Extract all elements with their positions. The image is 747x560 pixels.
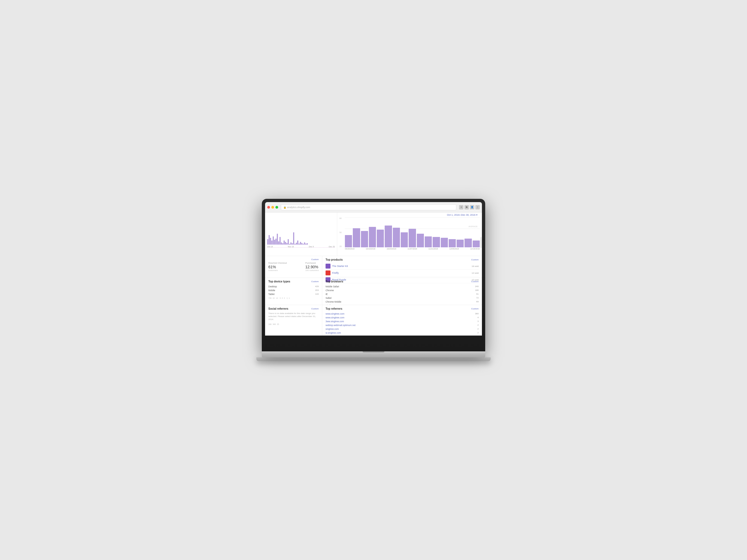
average-label: AVERAGE: [469, 225, 478, 228]
product-name-1[interactable]: Firefly: [332, 271, 471, 274]
purchased-value: 12.90%: [305, 265, 319, 269]
mini-bar: [268, 235, 270, 245]
main-bar: [473, 240, 480, 247]
top-products-custom[interactable]: Custom: [471, 259, 479, 261]
laptop-frame: 🔒 analytics.shopify.com ☆ ⧉ 👤 ⋮ Oct 1, 2…: [262, 199, 485, 351]
screen-bezel: 🔒 analytics.shopify.com ☆ ⧉ 👤 ⋮ Oct 1, 2…: [265, 202, 482, 336]
device-name-tablet: Tablet: [268, 293, 275, 295]
browser-value-2: 91: [476, 293, 479, 295]
social-referrers-no-data: There is no data available for the date …: [268, 312, 319, 321]
conversion-custom[interactable]: Custom: [311, 258, 319, 261]
main-bar: [361, 231, 368, 247]
minimize-button[interactable]: [271, 206, 274, 209]
mini-bar: [280, 237, 281, 245]
browser-value-3: 72: [476, 297, 479, 299]
browser-row-1: Chrome 186: [326, 289, 479, 292]
purchased-customers: 100 customers: [305, 269, 319, 271]
browser-row-2: IE 91: [326, 292, 479, 296]
product-name-0[interactable]: The Starter Kit: [332, 265, 471, 267]
device-types-title: Top device types: [268, 280, 290, 283]
referrer-row-2: 3ww.singtree.com 3: [326, 320, 479, 323]
referrer-name-1[interactable]: www.singtree.com: [326, 316, 344, 319]
device-value-desktop: 428: [315, 285, 319, 288]
main-bar: [409, 229, 416, 247]
mini-bar: [290, 242, 291, 245]
referrer-name-4[interactable]: singtree.com: [326, 328, 339, 330]
mini-bar: [303, 244, 304, 245]
y-axis-labels: 80 50 20: [339, 217, 342, 247]
main-bar: [401, 232, 408, 247]
reached-customers: customers: [268, 269, 287, 271]
chart-right: 80 50 20: [337, 212, 482, 256]
product-row-1: Firefly 12 sold: [326, 270, 479, 276]
extension-icon[interactable]: ⧉: [464, 205, 469, 210]
main-bar: [369, 227, 376, 247]
mini-bar: [286, 243, 287, 245]
referrer-row-5: w.singtree.com 2: [326, 331, 479, 335]
mini-bar: [307, 243, 308, 245]
browser-row-3: Safari 72: [326, 296, 479, 300]
close-button[interactable]: [267, 206, 270, 209]
mini-bar: [288, 239, 289, 245]
laptop-bottom: [262, 351, 485, 357]
browser-name-3: Safari: [326, 297, 332, 299]
top-referrers-header: Top referrers Custom: [326, 307, 479, 310]
profile-icon[interactable]: 👤: [470, 205, 474, 210]
device-row-tablet: Tablet 144: [268, 292, 319, 296]
main-bar: [464, 239, 471, 247]
device-types-panel: Top device types Custom Desktop 428 Mobi…: [265, 278, 322, 305]
referrer-row-3: webtop.webmail.optimum.net 2: [326, 323, 479, 327]
product-sold-0: 18 sold: [471, 265, 479, 267]
referrer-row-4: singtree.com 2: [326, 327, 479, 331]
purchased-label: Purchased: [305, 262, 319, 264]
main-bar-chart: [345, 217, 480, 247]
referrer-name-3[interactable]: webtop.webmail.optimum.net: [326, 324, 356, 326]
product-name-2[interactable]: Royal Purple: [332, 278, 471, 281]
referrer-value-4: 2: [478, 328, 479, 330]
social-referrers-panel: Social referrers Custom There is no data…: [265, 305, 322, 335]
mini-bar: [292, 243, 293, 245]
main-bar: [417, 234, 424, 247]
browser-name-1: Chrome: [326, 289, 334, 292]
main-bar: [345, 235, 352, 247]
device-name-desktop: Desktop: [268, 285, 277, 288]
right-panels: Top products Custom The Starter Kit 18 s…: [322, 256, 482, 336]
device-value-mobile: 203: [315, 289, 319, 292]
conversion-panel: Custom Reached Checkout 61% customers Pu…: [265, 256, 322, 278]
mini-bar: [285, 242, 286, 245]
mini-bar: [300, 242, 301, 245]
browser-value-1: 186: [475, 289, 479, 292]
main-bar: [425, 236, 432, 247]
referrer-name-0[interactable]: www.singtree.com: [326, 313, 344, 315]
browser-value-0: 240: [475, 285, 479, 288]
referrer-value-5: 2: [478, 331, 479, 334]
purchased-stat: Purchased 12.90% 100 customers: [305, 262, 319, 271]
device-types-custom[interactable]: Custom: [311, 280, 319, 283]
device-value-tablet: 144: [315, 293, 319, 295]
marketing-campaigns-panel: Marketing campaigns Custom There is no d…: [322, 335, 482, 336]
top-referrers-custom[interactable]: Custom: [471, 308, 479, 310]
address-bar[interactable]: 🔒 analytics.shopify.com: [281, 204, 456, 210]
referrer-name-2[interactable]: 3ww.singtree.com: [326, 320, 344, 323]
star-icon[interactable]: ☆: [459, 205, 463, 210]
product-sold-1: 12 sold: [471, 272, 479, 274]
date-filter[interactable]: Oct 1, 2016–Dec 30, 2016 ▾: [447, 214, 478, 216]
referrer-value-3: 2: [478, 324, 479, 326]
mini-bar: [296, 243, 297, 245]
referrer-name-5[interactable]: w.singtree.com: [326, 331, 341, 334]
social-referrers-custom[interactable]: Custom: [311, 308, 319, 310]
mini-bar: [293, 232, 294, 245]
mini-bar: [304, 242, 305, 245]
mini-bar: [271, 240, 273, 245]
mini-bar: [294, 244, 295, 245]
main-bar: [441, 238, 448, 247]
top-products-panel: Top products Custom The Starter Kit 18 s…: [322, 256, 482, 278]
device-name-mobile: Mobile: [268, 289, 275, 292]
menu-icon[interactable]: ⋮: [475, 205, 480, 210]
browser-name-0: Mobile Safari: [326, 285, 339, 288]
product-row-0: The Starter Kit 18 sold: [326, 263, 479, 270]
mini-bar: [273, 236, 274, 245]
top-browsers-panel: Top browsers Custom Mobile Safari 240 Ch…: [322, 278, 482, 305]
top-browsers-custom[interactable]: Custom: [471, 280, 479, 283]
maximize-button[interactable]: [276, 206, 278, 209]
